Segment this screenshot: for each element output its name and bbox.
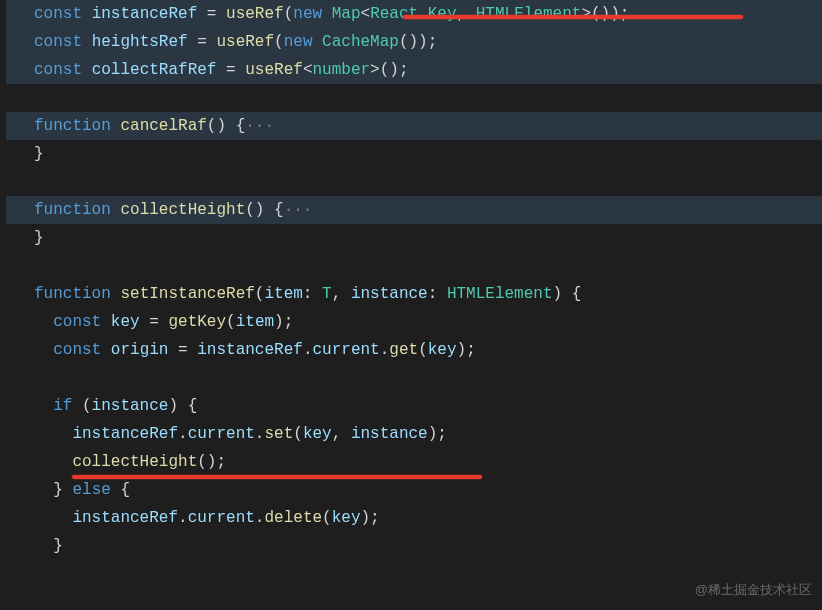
code-editor[interactable]: const instanceRef = useRef(new Map<React…: [0, 0, 822, 560]
fn-decl: setInstanceRef: [120, 285, 254, 303]
keyword: const: [34, 5, 82, 23]
fn-decl: cancelRaf: [120, 117, 206, 135]
fold-ellipsis-icon[interactable]: ···: [284, 201, 313, 219]
code-line[interactable]: [6, 84, 822, 112]
fn-call: useRef: [226, 5, 284, 23]
code-line[interactable]: }: [6, 224, 822, 252]
code-line[interactable]: [6, 364, 822, 392]
code-line[interactable]: instanceRef.current.set(key, instance);: [6, 420, 822, 448]
type: Map: [332, 5, 361, 23]
code-line[interactable]: }: [6, 532, 822, 560]
watermark: @稀土掘金技术社区: [695, 576, 812, 604]
code-line[interactable]: const instanceRef = useRef(new Map<React…: [6, 0, 822, 28]
code-line[interactable]: if (instance) {: [6, 392, 822, 420]
fn-decl: collectHeight: [120, 201, 245, 219]
code-line[interactable]: const origin = instanceRef.current.get(k…: [6, 336, 822, 364]
code-line[interactable]: [6, 168, 822, 196]
code-line[interactable]: instanceRef.current.delete(key);: [6, 504, 822, 532]
code-line[interactable]: function collectHeight() {···: [6, 196, 822, 224]
code-line[interactable]: const collectRafRef = useRef<number>();: [6, 56, 822, 84]
code-line[interactable]: function cancelRaf() {···: [6, 112, 822, 140]
code-line[interactable]: const heightsRef = useRef(new CacheMap()…: [6, 28, 822, 56]
code-line[interactable]: function setInstanceRef(item: T, instanc…: [6, 280, 822, 308]
code-line[interactable]: [6, 252, 822, 280]
code-line[interactable]: const key = getKey(item);: [6, 308, 822, 336]
identifier: instanceRef: [92, 5, 198, 23]
code-line[interactable]: collectHeight();: [6, 448, 822, 476]
code-line[interactable]: }: [6, 140, 822, 168]
code-line[interactable]: } else {: [6, 476, 822, 504]
fold-ellipsis-icon[interactable]: ···: [245, 117, 274, 135]
